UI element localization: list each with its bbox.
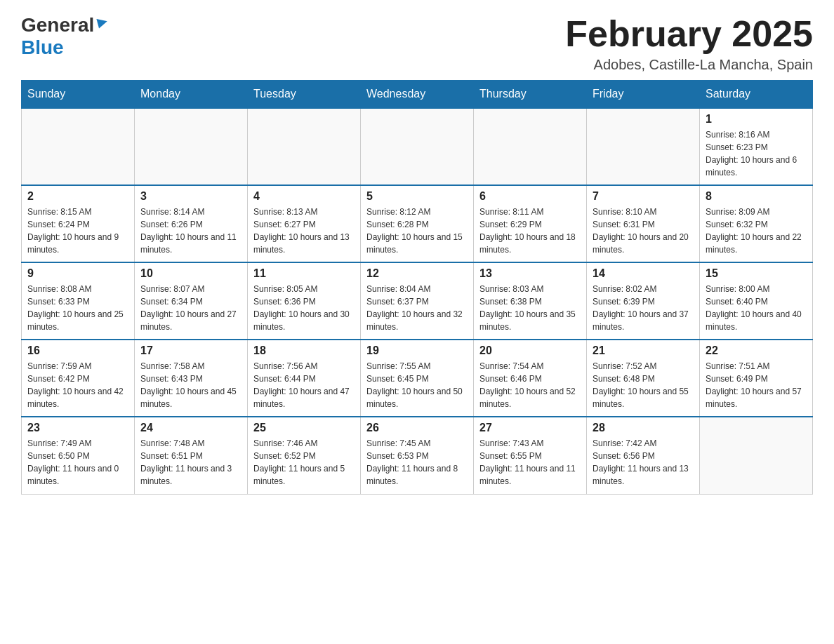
day-number: 13 [479, 267, 581, 280]
day-number: 5 [366, 190, 468, 203]
day-number: 7 [593, 190, 694, 203]
title-block: February 2025 Adobes, Castille-La Mancha… [565, 14, 813, 73]
day-info: Sunrise: 8:13 AMSunset: 6:27 PMDaylight:… [253, 206, 355, 256]
day-info: Sunrise: 8:03 AMSunset: 6:38 PMDaylight:… [479, 283, 581, 333]
day-info: Sunrise: 8:07 AMSunset: 6:34 PMDaylight:… [140, 283, 241, 333]
calendar-cell [248, 108, 361, 185]
day-number: 10 [140, 267, 241, 280]
calendar-cell: 12Sunrise: 8:04 AMSunset: 6:37 PMDayligh… [361, 262, 474, 340]
day-info: Sunrise: 7:49 AMSunset: 6:50 PMDaylight:… [27, 437, 128, 488]
calendar-cell [587, 108, 700, 185]
day-info: Sunrise: 8:09 AMSunset: 6:32 PMDaylight:… [706, 206, 807, 256]
day-number: 6 [479, 190, 581, 203]
page-header: General Blue February 2025 Adobes, Casti… [21, 14, 813, 73]
weekday-header-wednesday: Wednesday [361, 81, 474, 109]
weekday-header-row: SundayMondayTuesdayWednesdayThursdayFrid… [22, 81, 813, 109]
calendar-cell: 23Sunrise: 7:49 AMSunset: 6:50 PMDayligh… [22, 417, 135, 494]
day-number: 2 [27, 190, 128, 203]
day-info: Sunrise: 7:55 AMSunset: 6:45 PMDaylight:… [366, 360, 468, 410]
calendar-cell: 5Sunrise: 8:12 AMSunset: 6:28 PMDaylight… [361, 185, 474, 262]
day-number: 8 [706, 190, 807, 203]
day-number: 18 [253, 344, 355, 357]
day-info: Sunrise: 8:04 AMSunset: 6:37 PMDaylight:… [366, 283, 468, 333]
day-info: Sunrise: 7:58 AMSunset: 6:43 PMDaylight:… [140, 360, 241, 410]
day-number: 28 [593, 422, 694, 434]
day-number: 22 [706, 344, 807, 357]
weekday-header-thursday: Thursday [474, 81, 587, 109]
calendar-cell: 9Sunrise: 8:08 AMSunset: 6:33 PMDaylight… [22, 262, 135, 340]
calendar-cell: 2Sunrise: 8:15 AMSunset: 6:24 PMDaylight… [22, 185, 135, 262]
day-number: 1 [706, 113, 807, 126]
calendar-cell: 25Sunrise: 7:46 AMSunset: 6:52 PMDayligh… [248, 417, 361, 494]
day-number: 11 [253, 267, 355, 280]
day-info: Sunrise: 8:10 AMSunset: 6:31 PMDaylight:… [593, 206, 694, 256]
day-info: Sunrise: 7:48 AMSunset: 6:51 PMDaylight:… [140, 437, 241, 488]
day-number: 9 [27, 267, 128, 280]
calendar-cell: 27Sunrise: 7:43 AMSunset: 6:55 PMDayligh… [474, 417, 587, 494]
calendar-cell: 28Sunrise: 7:42 AMSunset: 6:56 PMDayligh… [587, 417, 700, 494]
calendar-cell: 3Sunrise: 8:14 AMSunset: 6:26 PMDaylight… [135, 185, 248, 262]
day-info: Sunrise: 7:45 AMSunset: 6:53 PMDaylight:… [366, 437, 468, 488]
calendar-cell [22, 108, 135, 185]
calendar-cell: 13Sunrise: 8:03 AMSunset: 6:38 PMDayligh… [474, 262, 587, 340]
day-info: Sunrise: 8:08 AMSunset: 6:33 PMDaylight:… [27, 283, 128, 333]
month-title: February 2025 [565, 14, 813, 54]
day-info: Sunrise: 8:12 AMSunset: 6:28 PMDaylight:… [366, 206, 468, 256]
day-info: Sunrise: 7:54 AMSunset: 6:46 PMDaylight:… [479, 360, 581, 410]
day-info: Sunrise: 7:43 AMSunset: 6:55 PMDaylight:… [479, 437, 581, 488]
day-info: Sunrise: 8:02 AMSunset: 6:39 PMDaylight:… [593, 283, 694, 333]
calendar-cell: 11Sunrise: 8:05 AMSunset: 6:36 PMDayligh… [248, 262, 361, 340]
weekday-header-monday: Monday [135, 81, 248, 109]
day-number: 14 [593, 267, 694, 280]
day-number: 24 [140, 422, 241, 434]
day-info: Sunrise: 8:14 AMSunset: 6:26 PMDaylight:… [140, 206, 241, 256]
calendar-cell: 16Sunrise: 7:59 AMSunset: 6:42 PMDayligh… [22, 340, 135, 417]
calendar-cell [361, 108, 474, 185]
logo: General Blue [21, 14, 109, 59]
calendar-cell: 8Sunrise: 8:09 AMSunset: 6:32 PMDaylight… [700, 185, 813, 262]
location-subtitle: Adobes, Castille-La Mancha, Spain [565, 57, 813, 73]
day-info: Sunrise: 8:15 AMSunset: 6:24 PMDaylight:… [27, 206, 128, 256]
calendar-cell: 15Sunrise: 8:00 AMSunset: 6:40 PMDayligh… [700, 262, 813, 340]
day-number: 23 [27, 422, 128, 434]
calendar-cell: 7Sunrise: 8:10 AMSunset: 6:31 PMDaylight… [587, 185, 700, 262]
day-number: 12 [366, 267, 468, 280]
calendar-week-5: 23Sunrise: 7:49 AMSunset: 6:50 PMDayligh… [22, 417, 813, 494]
calendar-cell: 24Sunrise: 7:48 AMSunset: 6:51 PMDayligh… [135, 417, 248, 494]
day-number: 15 [706, 267, 807, 280]
logo-blue-text: Blue [21, 36, 64, 58]
calendar-cell: 21Sunrise: 7:52 AMSunset: 6:48 PMDayligh… [587, 340, 700, 417]
calendar-cell: 22Sunrise: 7:51 AMSunset: 6:49 PMDayligh… [700, 340, 813, 417]
day-number: 4 [253, 190, 355, 203]
day-number: 19 [366, 344, 468, 357]
weekday-header-friday: Friday [587, 81, 700, 109]
day-number: 25 [253, 422, 355, 434]
calendar-cell: 4Sunrise: 8:13 AMSunset: 6:27 PMDaylight… [248, 185, 361, 262]
day-info: Sunrise: 7:46 AMSunset: 6:52 PMDaylight:… [253, 437, 355, 488]
calendar-cell: 14Sunrise: 8:02 AMSunset: 6:39 PMDayligh… [587, 262, 700, 340]
day-info: Sunrise: 8:11 AMSunset: 6:29 PMDaylight:… [479, 206, 581, 256]
calendar-cell: 20Sunrise: 7:54 AMSunset: 6:46 PMDayligh… [474, 340, 587, 417]
calendar-cell: 6Sunrise: 8:11 AMSunset: 6:29 PMDaylight… [474, 185, 587, 262]
calendar-cell: 10Sunrise: 8:07 AMSunset: 6:34 PMDayligh… [135, 262, 248, 340]
calendar-cell: 19Sunrise: 7:55 AMSunset: 6:45 PMDayligh… [361, 340, 474, 417]
svg-marker-0 [97, 16, 109, 28]
calendar-cell [700, 417, 813, 494]
day-number: 3 [140, 190, 241, 203]
calendar-cell: 18Sunrise: 7:56 AMSunset: 6:44 PMDayligh… [248, 340, 361, 417]
day-info: Sunrise: 7:42 AMSunset: 6:56 PMDaylight:… [593, 437, 694, 488]
logo-triangle-icon [96, 16, 109, 32]
calendar-week-4: 16Sunrise: 7:59 AMSunset: 6:42 PMDayligh… [22, 340, 813, 417]
day-number: 21 [593, 344, 694, 357]
weekday-header-saturday: Saturday [700, 81, 813, 109]
weekday-header-tuesday: Tuesday [248, 81, 361, 109]
calendar-cell [474, 108, 587, 185]
weekday-header-sunday: Sunday [22, 81, 135, 109]
logo-general-text: General [21, 14, 94, 36]
calendar-table: SundayMondayTuesdayWednesdayThursdayFrid… [21, 80, 813, 495]
calendar-cell: 17Sunrise: 7:58 AMSunset: 6:43 PMDayligh… [135, 340, 248, 417]
calendar-week-3: 9Sunrise: 8:08 AMSunset: 6:33 PMDaylight… [22, 262, 813, 340]
calendar-week-2: 2Sunrise: 8:15 AMSunset: 6:24 PMDaylight… [22, 185, 813, 262]
day-info: Sunrise: 8:16 AMSunset: 6:23 PMDaylight:… [706, 128, 807, 179]
day-number: 17 [140, 344, 241, 357]
